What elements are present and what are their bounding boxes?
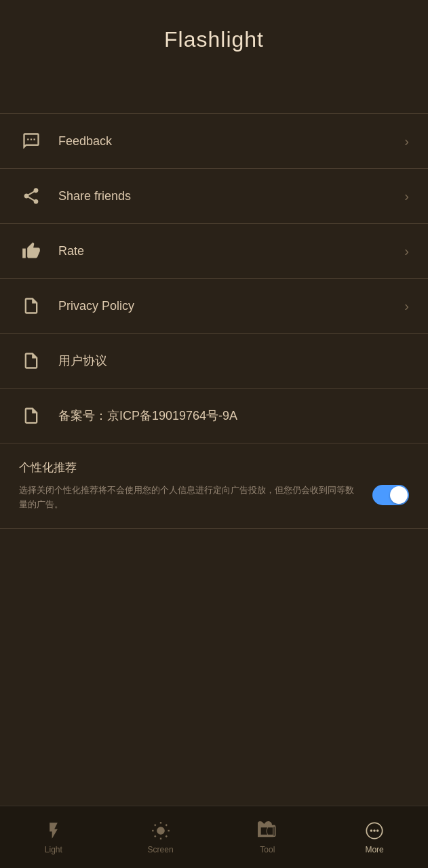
icp-label: 备案号：京ICP备19019764号-9A (58, 408, 409, 424)
personalization-section: 个性化推荐 选择关闭个性化推荐将不会使用您的个人信息进行定向广告投放，但您仍会收… (0, 443, 428, 529)
menu-item-share-friends[interactable]: Share friends › (0, 169, 428, 224)
chevron-right-icon: › (404, 298, 409, 314)
menu-item-icp[interactable]: 备案号：京ICP备19019764号-9A (0, 389, 428, 443)
nav-tool-label: Tool (260, 845, 275, 854)
share-icon (19, 184, 43, 208)
privacy-policy-label: Privacy Policy (58, 299, 404, 313)
nav-screen-label: Screen (148, 845, 174, 854)
user-agreement-label: 用户协议 (58, 353, 409, 369)
menu-item-feedback[interactable]: Feedback › (0, 114, 428, 169)
svg-line-7 (155, 835, 156, 837)
document-icon (19, 294, 43, 318)
share-friends-label: Share friends (58, 189, 404, 203)
nav-light-label: Light (45, 845, 62, 854)
bottom-nav: Light Screen (0, 806, 428, 868)
thumbsup-icon (19, 239, 43, 263)
page-title: Flashlight (14, 27, 414, 52)
header: Flashlight (0, 0, 428, 73)
more-icon (364, 821, 385, 841)
personalization-title: 个性化推荐 (19, 460, 409, 475)
nav-item-more[interactable]: More (321, 815, 428, 860)
tool-icon (257, 821, 277, 841)
svg-point-15 (376, 829, 379, 832)
personalization-description: 选择关闭个性化推荐将不会使用您的个人信息进行定向广告投放，但您仍会收到同等数量的… (19, 484, 409, 512)
rate-label: Rate (58, 244, 404, 258)
menu-item-privacy-policy[interactable]: Privacy Policy › (0, 279, 428, 334)
personalization-text: 选择关闭个性化推荐将不会使用您的个人信息进行定向广告投放，但您仍会收到同等数量的… (19, 484, 362, 512)
svg-point-13 (370, 829, 373, 832)
svg-line-6 (166, 835, 167, 837)
chevron-right-icon: › (404, 134, 409, 149)
document-icon (19, 349, 43, 373)
nav-more-label: More (365, 845, 383, 854)
personalization-toggle[interactable] (372, 485, 409, 505)
personalization-toggle-container[interactable] (372, 485, 409, 505)
svg-point-0 (157, 827, 165, 835)
chevron-right-icon: › (404, 243, 409, 259)
menu-list: Feedback › Share friends › Rate › Privac… (0, 113, 428, 443)
menu-item-rate[interactable]: Rate › (0, 224, 428, 279)
svg-line-5 (155, 824, 156, 825)
nav-item-screen[interactable]: Screen (107, 815, 214, 860)
feedback-label: Feedback (58, 134, 404, 149)
nav-item-tool[interactable]: Tool (214, 815, 322, 860)
svg-line-8 (166, 824, 167, 825)
chat-icon (19, 129, 43, 153)
flashlight-icon (43, 821, 64, 841)
document-icon (19, 403, 43, 428)
nav-item-light[interactable]: Light (0, 815, 107, 860)
screen-icon (151, 821, 171, 841)
chevron-right-icon: › (404, 189, 409, 204)
svg-point-14 (373, 829, 376, 832)
menu-item-user-agreement[interactable]: 用户协议 (0, 334, 428, 389)
